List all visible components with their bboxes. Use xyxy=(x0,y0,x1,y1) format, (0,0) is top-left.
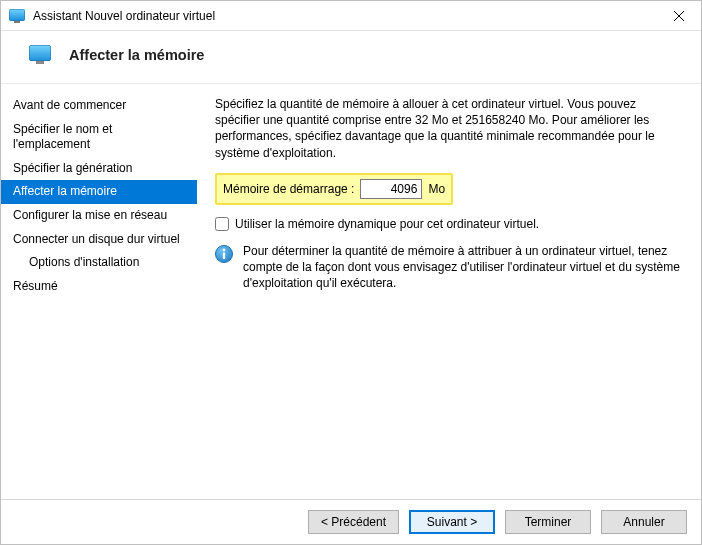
svg-rect-1 xyxy=(10,9,25,20)
svg-rect-11 xyxy=(223,252,225,259)
nav-item-2[interactable]: Spécifier la génération xyxy=(1,157,197,181)
wizard-body: Avant de commencerSpécifier le nom et l'… xyxy=(1,84,701,499)
nav-item-6[interactable]: Options d'installation xyxy=(1,251,197,275)
previous-button[interactable]: < Précédent xyxy=(308,510,399,534)
nav-item-4[interactable]: Configurer la mise en réseau xyxy=(1,204,197,228)
next-button[interactable]: Suivant > xyxy=(409,510,495,534)
dynamic-memory-label[interactable]: Utiliser la mémoire dynamique pour cet o… xyxy=(235,217,539,231)
svg-rect-2 xyxy=(14,21,20,23)
info-text: Pour déterminer la quantité de mémoire à… xyxy=(243,243,683,292)
window-title: Assistant Nouvel ordinateur virtuel xyxy=(33,9,656,23)
svg-point-10 xyxy=(223,248,226,251)
button-bar: < Précédent Suivant > Terminer Annuler xyxy=(1,499,701,544)
wizard-content: Spécifiez la quantité de mémoire à allou… xyxy=(197,84,701,499)
wizard-window: Assistant Nouvel ordinateur virtuel xyxy=(0,0,702,545)
dynamic-memory-checkbox[interactable] xyxy=(215,217,229,231)
svg-rect-7 xyxy=(36,61,44,64)
nav-item-3[interactable]: Affecter la mémoire xyxy=(1,180,197,204)
cancel-button[interactable]: Annuler xyxy=(601,510,687,534)
wizard-nav: Avant de commencerSpécifier le nom et l'… xyxy=(1,84,197,499)
nav-item-7[interactable]: Résumé xyxy=(1,275,197,299)
page-header: Affecter la mémoire xyxy=(1,31,701,84)
content-description: Spécifiez la quantité de mémoire à allou… xyxy=(215,96,683,161)
nav-item-5[interactable]: Connecter un disque dur virtuel xyxy=(1,228,197,252)
finish-button[interactable]: Terminer xyxy=(505,510,591,534)
memory-row: Mémoire de démarrage : Mo xyxy=(215,173,453,205)
startup-memory-input[interactable] xyxy=(360,179,422,199)
nav-item-0[interactable]: Avant de commencer xyxy=(1,94,197,118)
memory-label: Mémoire de démarrage : xyxy=(223,182,354,196)
dynamic-memory-row: Utiliser la mémoire dynamique pour cet o… xyxy=(215,217,683,231)
svg-rect-6 xyxy=(30,46,51,61)
titlebar: Assistant Nouvel ordinateur virtuel xyxy=(1,1,701,31)
page-title: Affecter la mémoire xyxy=(69,47,204,63)
info-row: Pour déterminer la quantité de mémoire à… xyxy=(215,243,683,292)
app-icon xyxy=(9,8,25,24)
info-icon xyxy=(215,245,233,263)
memory-unit: Mo xyxy=(428,182,445,196)
close-button[interactable] xyxy=(656,1,701,31)
monitor-icon xyxy=(29,45,51,65)
nav-item-1[interactable]: Spécifier le nom et l'emplacement xyxy=(1,118,197,157)
